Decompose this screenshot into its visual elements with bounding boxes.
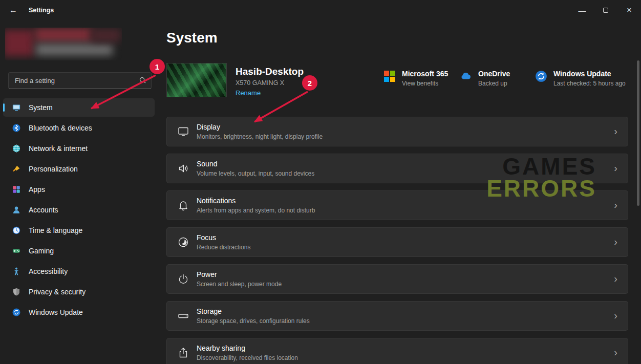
row-subtitle: Alerts from apps and system, do not dist… [197,207,315,214]
sidebar-item-accounts[interactable]: Accounts [3,201,155,219]
onedrive-icon [459,70,473,83]
chevron-right-icon: › [614,163,617,173]
settings-list: Display Monitors, brightness, night ligh… [166,117,628,364]
sidebar-item-label: Gaming [29,247,54,255]
page-title: System [166,30,218,46]
row-subtitle: Discoverability, received files location [197,354,298,361]
sidebar-item-gaming[interactable]: Gaming [3,242,155,260]
sidebar-item-label: System [29,103,53,112]
settings-row-focus[interactable]: Focus Reduce distractions › [166,227,628,257]
search-input[interactable] [8,72,152,89]
row-title: Sound [197,160,314,168]
time-language-icon [12,226,21,235]
row-title: Display [197,123,323,131]
sidebar-item-label: Accounts [29,206,58,214]
gaming-icon [12,246,21,255]
row-title: Nearby sharing [197,344,298,352]
sidebar-item-label: Windows Update [29,308,83,316]
settings-window: ← Settings — × [0,0,641,364]
sidebar-item-label: Bluetooth & devices [29,124,92,132]
chevron-right-icon: › [614,200,617,210]
device-name: Hasib-Desktop [236,66,304,77]
sidebar-item-label: Network & internet [29,144,88,153]
back-button[interactable]: ← [3,1,24,19]
chevron-right-icon: › [614,310,617,320]
sidebar: System Bluetooth & devices Network & int… [0,20,159,364]
windows-update-card[interactable]: Windows Update Last checked: 5 hours ago [535,70,626,87]
sidebar-item-label: Time & language [29,226,82,234]
maximize-button[interactable] [594,0,617,20]
windows-update-icon [535,70,548,83]
accessibility-icon [12,267,21,276]
titlebar: ← Settings — × [0,0,641,20]
minimize-icon: — [579,6,586,15]
close-button[interactable]: × [617,0,641,20]
personalization-icon [12,164,21,174]
minimize-button[interactable]: — [570,0,594,20]
annotation-badge-1: 1 [149,59,165,74]
bluetooth-icon [12,123,21,133]
maximize-icon [603,8,608,13]
sidebar-item-label: Personalization [29,165,78,173]
chevron-right-icon: › [614,237,617,247]
microsoft-365-icon [383,70,396,83]
card-subtitle: Backed up [478,80,510,87]
row-title: Power [197,270,282,279]
back-arrow-icon: ← [9,6,17,15]
row-subtitle: Monitors, brightness, night light, displ… [197,133,323,140]
sidebar-item-accessibility[interactable]: Accessibility [3,262,155,281]
search-icon[interactable] [139,76,146,86]
sidebar-item-privacy-security[interactable]: Privacy & security [3,283,155,301]
main-content: System Hasib-Desktop X570 GAMING X Renam… [166,0,628,364]
onedrive-card[interactable]: OneDrive Backed up [459,70,510,87]
settings-row-power[interactable]: Power Screen and sleep, power mode › [166,264,628,294]
sidebar-item-network-internet[interactable]: Network & internet [3,139,155,158]
card-title: Windows Update [553,70,626,78]
user-avatar[interactable] [5,28,122,60]
nearby-sharing-icon [177,347,189,359]
display-icon [177,125,189,138]
privacy-security-icon [12,287,21,296]
system-icon [12,103,21,112]
notifications-icon [177,199,189,211]
rename-link[interactable]: Rename [236,89,261,97]
settings-row-sound[interactable]: Sound Volume levels, output, input, soun… [166,154,628,183]
device-header: Hasib-Desktop X570 GAMING X Rename Micro… [166,63,628,99]
card-subtitle: View benefits [402,80,448,87]
microsoft-365-card[interactable]: Microsoft 365 View benefits [383,70,448,87]
vertical-scrollbar[interactable] [637,60,639,206]
accounts-icon [12,205,21,215]
annotation-badge-2: 2 [302,75,317,91]
card-title: Microsoft 365 [402,70,448,78]
sidebar-item-personalization[interactable]: Personalization [3,160,155,178]
window-controls: — × [570,0,641,20]
apps-icon [12,185,21,194]
sidebar-item-bluetooth-devices[interactable]: Bluetooth & devices [3,119,155,137]
settings-row-nearby-sharing[interactable]: Nearby sharing Discoverability, received… [166,338,628,364]
sidebar-item-windows-update[interactable]: Windows Update [3,303,155,322]
settings-row-notifications[interactable]: Notifications Alerts from apps and syste… [166,190,628,220]
device-model: X570 GAMING X [236,79,304,87]
device-info: Hasib-Desktop X570 GAMING X Rename [236,66,304,97]
chevron-right-icon: › [614,273,617,284]
row-subtitle: Reduce distractions [197,244,250,251]
windows-update-icon [12,308,21,317]
chevron-right-icon: › [614,347,617,357]
sidebar-item-time-language[interactable]: Time & language [3,221,155,240]
storage-icon [177,310,189,322]
sidebar-item-apps[interactable]: Apps [3,180,155,199]
sidebar-item-system[interactable]: System [3,98,155,117]
settings-row-display[interactable]: Display Monitors, brightness, night ligh… [166,117,628,146]
row-subtitle: Storage space, drives, configuration rul… [197,317,310,325]
sidebar-item-label: Privacy & security [29,288,86,296]
network-icon [12,144,21,153]
card-title: OneDrive [478,70,510,78]
settings-row-storage[interactable]: Storage Storage space, drives, configura… [166,301,628,331]
desktop-wallpaper-thumbnail [166,63,227,97]
sidebar-nav: System Bluetooth & devices Network & int… [3,98,155,324]
focus-icon [177,236,189,248]
sidebar-item-label: Apps [29,185,45,194]
row-subtitle: Screen and sleep, power mode [197,281,282,288]
chevron-right-icon: › [614,126,617,136]
window-title: Settings [29,7,54,14]
